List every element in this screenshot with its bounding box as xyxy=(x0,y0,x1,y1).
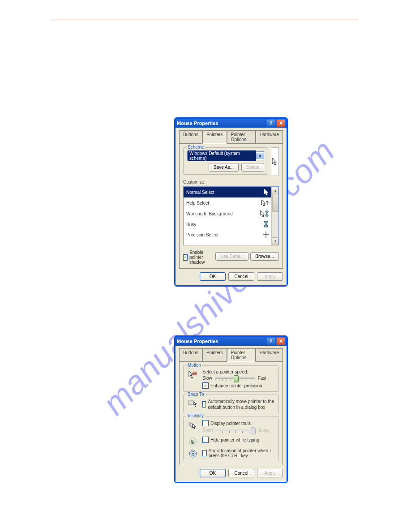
scroll-up-button[interactable]: ▴ xyxy=(272,187,278,194)
tab-hardware[interactable]: Hardware xyxy=(256,130,283,144)
snap-to-label: Automatically move pointer to the defaul… xyxy=(208,399,275,410)
list-item[interactable]: Working In Background xyxy=(184,208,272,219)
ctrl-location-icon xyxy=(188,449,198,458)
cursor-precision-icon xyxy=(263,232,269,238)
delete-button: Delete xyxy=(241,163,264,172)
use-default-button: Use Default xyxy=(215,252,248,261)
short-label: Short xyxy=(202,428,213,433)
tabs: Buttons Pointers Pointer Options Hardwar… xyxy=(179,348,283,362)
titlebar[interactable]: Mouse Properties ? ✕ xyxy=(176,337,287,346)
dropdown-arrow-icon: ▾ xyxy=(256,153,264,159)
snap-to-checkbox[interactable] xyxy=(202,401,206,408)
dialog-mouse-properties-pointers: Mouse Properties ? ✕ Buttons Pointers Po… xyxy=(174,117,288,287)
save-as-button[interactable]: Save As... xyxy=(209,163,239,172)
ctrl-location-checkbox[interactable] xyxy=(202,450,207,456)
cursor-arrow-icon xyxy=(264,189,269,196)
motion-legend: Motion xyxy=(186,363,202,368)
trails-label: Display pointer trails xyxy=(210,421,251,426)
enable-shadow-checkbox[interactable]: ✓ xyxy=(183,254,188,261)
scheme-selected: Windows Default (system scheme) xyxy=(188,150,256,161)
cursor-busy-icon xyxy=(264,221,269,228)
cursor-help-icon: ? xyxy=(261,199,269,206)
browse-button[interactable]: Browse... xyxy=(250,252,279,261)
scroll-thumb[interactable] xyxy=(272,194,278,212)
tabs: Buttons Pointers Pointer Options Hardwar… xyxy=(179,130,283,144)
pointer-preview xyxy=(271,147,279,176)
scheme-legend: Scheme xyxy=(186,145,206,150)
enhance-precision-label: Enhance pointer precision xyxy=(210,383,262,388)
svg-rect-1 xyxy=(188,401,194,404)
header-rule xyxy=(53,19,358,20)
page: .com manualshive Mouse Properties ? ✕ Bu… xyxy=(0,0,411,532)
ctrl-location-label: Show location of pointer when I press th… xyxy=(209,448,275,458)
titlebar[interactable]: Mouse Properties ? ✕ xyxy=(176,119,287,128)
close-button[interactable]: ✕ xyxy=(276,337,285,345)
snap-to-icon xyxy=(188,399,198,408)
enhance-precision-checkbox[interactable]: ✓ xyxy=(202,382,209,389)
long-label: Long xyxy=(259,428,269,433)
customize-label: Customize: xyxy=(183,180,279,184)
enable-shadow-label: Enable pointer shadow xyxy=(189,250,215,265)
tab-buttons[interactable]: Buttons xyxy=(179,348,202,362)
list-item[interactable]: Busy xyxy=(184,219,272,230)
hide-pointer-checkbox[interactable] xyxy=(202,437,209,443)
apply-button: Apply xyxy=(257,469,283,477)
help-button[interactable]: ? xyxy=(266,337,275,345)
help-button[interactable]: ? xyxy=(266,119,275,127)
close-button[interactable]: ✕ xyxy=(276,119,285,127)
tab-pointers[interactable]: Pointers xyxy=(202,348,227,362)
cancel-button[interactable]: Cancel xyxy=(228,272,254,281)
hide-pointer-label: Hide pointer while typing xyxy=(210,438,259,442)
cancel-button[interactable]: Cancel xyxy=(228,469,254,477)
ok-button[interactable]: OK xyxy=(200,272,226,281)
trails-slider xyxy=(216,429,256,431)
cursor-arrow-icon xyxy=(272,158,278,166)
pointer-listbox[interactable]: Normal Select Help Select ? Working In B… xyxy=(183,186,279,245)
tab-hardware[interactable]: Hardware xyxy=(256,348,283,362)
fast-label: Fast xyxy=(258,376,266,381)
window-title: Mouse Properties xyxy=(177,339,218,344)
scroll-down-button[interactable]: ▾ xyxy=(272,237,278,245)
list-item[interactable]: Normal Select xyxy=(184,187,272,197)
speed-slider[interactable] xyxy=(215,378,255,379)
snap-legend: Snap To xyxy=(186,392,206,397)
pointer-speed-icon xyxy=(188,370,198,379)
window-title: Mouse Properties xyxy=(177,120,218,126)
speed-label: Select a pointer speed: xyxy=(202,369,275,374)
visibility-legend: Visibility xyxy=(186,413,205,418)
cursor-working-icon xyxy=(260,210,269,217)
pointer-trails-icon xyxy=(188,421,198,429)
list-item[interactable]: Precision Select xyxy=(184,230,272,240)
dialog-mouse-properties-pointer-options: Mouse Properties ? ✕ Buttons Pointers Po… xyxy=(174,335,288,483)
svg-point-5 xyxy=(192,453,194,455)
tab-pointer-options[interactable]: Pointer Options xyxy=(227,348,256,362)
apply-button: Apply xyxy=(257,272,283,281)
hide-pointer-icon xyxy=(188,438,198,446)
scheme-select[interactable]: Windows Default (system scheme) ▾ xyxy=(187,151,264,160)
ok-button[interactable]: OK xyxy=(200,469,226,477)
tab-buttons[interactable]: Buttons xyxy=(179,130,202,144)
svg-text:?: ? xyxy=(266,201,269,206)
trails-checkbox[interactable] xyxy=(202,420,209,426)
scrollbar[interactable]: ▴ ▾ xyxy=(271,187,278,245)
slow-label: Slow xyxy=(202,376,212,381)
tab-pointers[interactable]: Pointers xyxy=(202,130,227,144)
list-item[interactable]: Help Select ? xyxy=(184,197,272,208)
tab-pointer-options[interactable]: Pointer Options xyxy=(227,130,256,144)
